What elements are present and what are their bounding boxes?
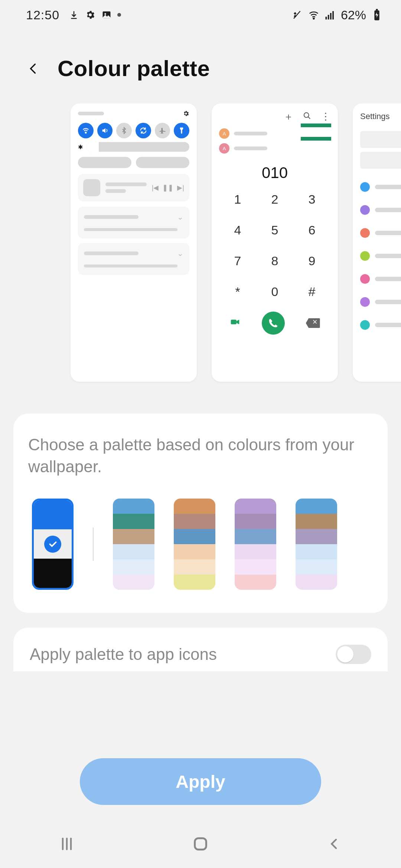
- palette-option[interactable]: [174, 499, 215, 590]
- home-button[interactable]: [188, 831, 213, 857]
- palette-option[interactable]: [235, 499, 276, 590]
- more-icon: ⋮: [321, 111, 330, 122]
- preview-settings: Settings: [353, 103, 401, 382]
- palette-divider: [93, 527, 94, 561]
- svg-rect-6: [332, 11, 334, 20]
- media-widget: |◀❚❚▶|: [78, 174, 189, 201]
- back-button[interactable]: [24, 59, 43, 78]
- battery-percent: 62%: [341, 8, 366, 22]
- sound-toggle-icon: [97, 123, 113, 138]
- status-bar: 12:50 62%: [0, 0, 401, 30]
- palette-option[interactable]: [32, 499, 74, 590]
- contact-avatar: A: [219, 128, 229, 139]
- settings-row: [360, 274, 401, 284]
- more-notifications-dot-icon: [117, 13, 121, 17]
- apply-to-icons-row[interactable]: Apply palette to app icons: [13, 628, 388, 671]
- palette-list: [28, 499, 373, 590]
- page-title: Colour palette: [58, 56, 210, 81]
- chevron-down-icon: ⌄: [177, 213, 183, 221]
- vibrate-icon: [292, 9, 303, 20]
- settings-row: [360, 251, 401, 261]
- prev-icon: |◀: [152, 184, 159, 192]
- settings-row: [360, 297, 401, 307]
- apply-to-icons-toggle[interactable]: [336, 645, 371, 664]
- svg-rect-8: [376, 9, 378, 10]
- call-button-icon: [262, 312, 285, 335]
- wifi-toggle-icon: [78, 123, 94, 138]
- svg-point-10: [304, 113, 309, 118]
- brightness-icon: ✱: [78, 144, 83, 151]
- settings-row: [360, 228, 401, 238]
- navigation-bar: [0, 820, 401, 868]
- preview-dialer: ＋ ⋮ A A 010 123 456 789 *0#: [212, 103, 338, 382]
- settings-row: [360, 182, 401, 192]
- video-call-icon: [229, 316, 241, 330]
- recents-icon: [59, 836, 75, 852]
- chevron-left-icon: [27, 59, 40, 78]
- apply-to-icons-label: Apply palette to app icons: [30, 645, 217, 664]
- backspace-icon: [306, 318, 320, 328]
- settings-icon: [85, 9, 96, 20]
- battery-icon: [371, 9, 382, 20]
- dialed-number: 010: [219, 164, 330, 182]
- dialpad: 123 456 789 *0#: [219, 192, 330, 299]
- pause-icon: ❚❚: [162, 184, 173, 192]
- check-icon: [44, 536, 61, 553]
- palette-description: Choose a palette based on colours from y…: [28, 434, 373, 478]
- contact-avatar: A: [219, 143, 229, 154]
- airplane-toggle-icon: [155, 123, 170, 138]
- chevron-left-icon: [327, 836, 342, 851]
- image-icon: [101, 9, 112, 20]
- svg-point-1: [104, 13, 106, 15]
- palette-option[interactable]: [113, 499, 154, 590]
- svg-rect-5: [330, 13, 332, 20]
- signal-icon: [325, 9, 336, 20]
- svg-rect-11: [231, 319, 237, 324]
- bluetooth-toggle-icon: [116, 123, 132, 138]
- settings-row: [360, 320, 401, 330]
- svg-point-2: [313, 18, 314, 19]
- apply-button[interactable]: Apply: [80, 758, 321, 805]
- download-icon: [68, 9, 79, 20]
- palette-option[interactable]: [296, 499, 337, 590]
- svg-point-9: [85, 132, 86, 133]
- chevron-down-icon: ⌄: [177, 249, 183, 258]
- nav-back-button[interactable]: [321, 831, 347, 857]
- preview-carousel[interactable]: ✱ |◀❚❚▶| ⌄ ⌄ ＋ ⋮ A A 010 123 456 789 *0#: [0, 103, 401, 393]
- gear-icon: [183, 110, 189, 117]
- flashlight-toggle-icon: [174, 123, 189, 138]
- wifi-icon: [308, 9, 319, 20]
- svg-rect-12: [195, 838, 206, 850]
- palette-section: Choose a palette based on colours from y…: [13, 414, 388, 613]
- page-header: Colour palette: [0, 30, 401, 103]
- search-icon: [303, 111, 311, 122]
- svg-rect-3: [325, 17, 327, 20]
- next-icon: ▶|: [177, 184, 184, 192]
- recents-button[interactable]: [54, 831, 80, 857]
- add-icon: ＋: [284, 110, 293, 123]
- status-clock: 12:50: [26, 8, 59, 22]
- home-icon: [192, 835, 209, 852]
- brightness-slider: [87, 142, 189, 152]
- settings-row: [360, 205, 401, 215]
- svg-rect-4: [328, 15, 329, 20]
- rotate-toggle-icon: [136, 123, 151, 138]
- settings-title: Settings: [360, 112, 401, 121]
- preview-quick-panel: ✱ |◀❚❚▶| ⌄ ⌄: [71, 103, 197, 382]
